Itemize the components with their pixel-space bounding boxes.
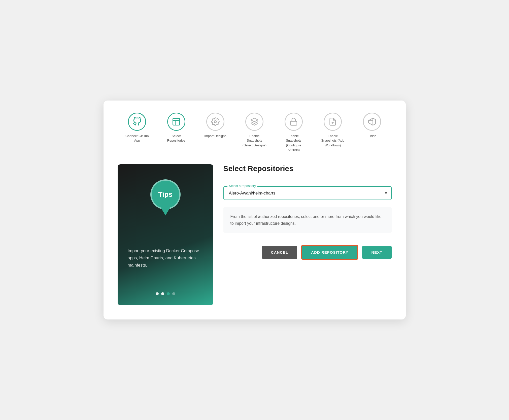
step-label-connect-github: Connect GitHubApp [125, 134, 149, 143]
step-label-enable-snapshots-workflows: EnableSnapshots (AddWorkflows) [321, 134, 345, 148]
main-modal: Connect GitHubApp SelectRepositories [104, 101, 406, 319]
step-circle-import-designs [206, 113, 224, 131]
dot-1 [156, 292, 159, 295]
step-circle-finish [363, 113, 381, 131]
footer-buttons: CANCEL ADD REPOSITORY NEXT [223, 245, 392, 260]
step-label-enable-snapshots-configure: EnableSnapshots(ConfigureSecrets) [286, 134, 301, 152]
section-title: Select Repositories [223, 164, 392, 173]
repository-select[interactable]: Alero-Awani/helm-charts [228, 189, 387, 198]
step-label-enable-snapshots-select: EnableSnapshots(Select Designs) [243, 134, 266, 148]
step-circle-connect-github [128, 113, 146, 131]
step-circle-enable-snapshots-workflows [324, 113, 342, 131]
info-box: From the list of authorized repositories… [223, 207, 392, 233]
step-finish: Finish [352, 113, 391, 138]
info-text: From the list of authorized repositories… [230, 214, 382, 225]
tips-dots [156, 292, 175, 295]
next-button[interactable]: NEXT [362, 246, 391, 259]
dot-3 [167, 292, 170, 295]
tips-pin: Tips [150, 179, 181, 210]
step-label-finish: Finish [367, 134, 376, 138]
tips-label: Tips [150, 179, 181, 210]
step-select-repos: SelectRepositories [157, 113, 196, 143]
svg-rect-0 [173, 118, 180, 125]
step-circle-enable-snapshots-configure [285, 113, 303, 131]
tips-card: Tips Import your existing Docker Compose… [118, 164, 213, 305]
step-enable-snapshots-configure: EnableSnapshots(ConfigureSecrets) [274, 113, 313, 152]
right-panel: Select Repositories Select a repository … [223, 164, 392, 260]
tips-body: Import your existing Docker Compose apps… [128, 247, 203, 269]
svg-rect-4 [290, 121, 297, 125]
step-label-import-designs: Import Designs [204, 134, 226, 138]
step-label-select-repos: SelectRepositories [167, 134, 185, 143]
add-repository-button[interactable]: ADD REPOSITORY [301, 245, 358, 260]
step-enable-snapshots-select: EnableSnapshots(Select Designs) [235, 113, 274, 148]
svg-marker-7 [368, 118, 376, 125]
main-content: Tips Import your existing Docker Compose… [118, 164, 392, 305]
dropdown-label: Select a repository [227, 184, 258, 188]
step-circle-enable-snapshots-select [245, 113, 263, 131]
dot-2 [161, 292, 164, 295]
step-import-designs: Import Designs [196, 113, 235, 138]
repository-dropdown-group: Select a repository Alero-Awani/helm-cha… [223, 186, 392, 200]
dot-4 [172, 292, 175, 295]
divider [223, 178, 392, 178]
step-connect-github: Connect GitHubApp [118, 113, 157, 143]
step-circle-select-repos [167, 113, 185, 131]
stepper: Connect GitHubApp SelectRepositories [118, 113, 392, 152]
cancel-button[interactable]: CANCEL [262, 246, 297, 259]
step-enable-snapshots-workflows: EnableSnapshots (AddWorkflows) [313, 113, 352, 148]
svg-point-3 [214, 121, 217, 123]
